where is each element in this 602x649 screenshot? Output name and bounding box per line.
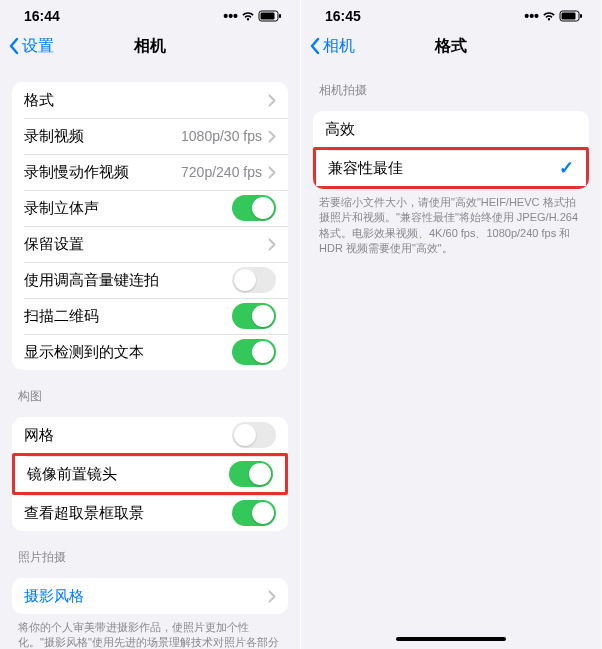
wifi-icon: [541, 10, 557, 22]
main-row-0[interactable]: 格式: [12, 82, 288, 118]
toggle-switch[interactable]: [232, 195, 276, 221]
format-option-0[interactable]: 高效: [313, 111, 589, 147]
row-label: 录制立体声: [24, 199, 232, 218]
main-row-6[interactable]: 扫描二维码: [12, 298, 288, 334]
nav-bar: 相机 格式: [301, 28, 601, 64]
section-header-photo-capture: 照片拍摄: [12, 531, 288, 572]
row-label: 扫描二维码: [24, 307, 232, 326]
battery-icon: [559, 10, 583, 22]
composition-row-2[interactable]: 查看超取景框取景: [12, 495, 288, 531]
toggle-switch[interactable]: [229, 461, 273, 487]
back-button[interactable]: 相机: [309, 36, 355, 57]
toggle-switch[interactable]: [232, 303, 276, 329]
svg-rect-4: [562, 13, 576, 20]
chevron-right-icon: [268, 94, 276, 107]
row-label: 格式: [24, 91, 268, 110]
main-row-3[interactable]: 录制立体声: [12, 190, 288, 226]
row-label: 保留设置: [24, 235, 268, 254]
back-label: 相机: [323, 36, 355, 57]
section-footer-photo-capture: 将你的个人审美带进摄影作品，使照片更加个性化。"摄影风格"使用先进的场景理解技术…: [12, 614, 288, 649]
main-row-7[interactable]: 显示检测到的文本: [12, 334, 288, 370]
status-bar: 16:45 •••: [301, 0, 601, 28]
svg-rect-2: [279, 14, 281, 18]
row-label: 镜像前置镜头: [27, 465, 229, 484]
format-option-1[interactable]: 兼容性最佳✓: [313, 147, 589, 189]
chevron-right-icon: [268, 166, 276, 179]
toggle-switch[interactable]: [232, 267, 276, 293]
toggle-switch[interactable]: [232, 500, 276, 526]
formats-screen: 16:45 ••• 相机 格式 相机拍摄 高效兼容性最佳✓ 若要缩小文件大小，请…: [301, 0, 602, 649]
status-icons: •••: [524, 8, 583, 24]
chevron-right-icon: [268, 238, 276, 251]
composition-row-0[interactable]: 网格: [12, 417, 288, 453]
row-label: 录制视频: [24, 127, 181, 146]
section-header-composition: 构图: [12, 370, 288, 411]
nav-bar: 设置 相机: [0, 28, 300, 64]
dots-icon: •••: [524, 8, 539, 24]
back-label: 设置: [22, 36, 54, 57]
composition-row-1[interactable]: 镜像前置镜头: [12, 453, 288, 495]
settings-group-main: 格式录制视频1080p/30 fps录制慢动作视频720p/240 fps录制立…: [12, 82, 288, 370]
svg-rect-5: [580, 14, 582, 18]
row-label: 查看超取景框取景: [24, 504, 232, 523]
row-label: 高效: [325, 120, 577, 139]
row-label: 网格: [24, 426, 232, 445]
row-label: 兼容性最佳: [328, 159, 559, 178]
content: 格式录制视频1080p/30 fps录制慢动作视频720p/240 fps录制立…: [0, 82, 300, 649]
row-detail: 720p/240 fps: [181, 164, 262, 180]
status-bar: 16:44 •••: [0, 0, 300, 28]
settings-group-composition: 网格镜像前置镜头查看超取景框取景: [12, 417, 288, 531]
row-detail: 1080p/30 fps: [181, 128, 262, 144]
content: 相机拍摄 高效兼容性最佳✓ 若要缩小文件大小，请使用"高效"HEIF/HEVC …: [301, 64, 601, 257]
format-options-group: 高效兼容性最佳✓: [313, 111, 589, 189]
toggle-switch[interactable]: [232, 339, 276, 365]
svg-rect-1: [261, 13, 275, 20]
back-button[interactable]: 设置: [8, 36, 54, 57]
status-time: 16:45: [325, 8, 361, 24]
chevron-left-icon: [309, 37, 321, 55]
camera-settings-screen: 16:44 ••• 设置 相机 格式录制视频1080p/30 fps录制慢动作视…: [0, 0, 301, 649]
section-header-camera-capture: 相机拍摄: [313, 64, 589, 105]
chevron-right-icon: [268, 590, 276, 603]
checkmark-icon: ✓: [559, 157, 574, 179]
main-row-4[interactable]: 保留设置: [12, 226, 288, 262]
row-label: 使用调高音量键连拍: [24, 271, 232, 290]
row-label: 录制慢动作视频: [24, 163, 181, 182]
settings-group-photo-capture: 摄影风格: [12, 578, 288, 614]
row-label: 摄影风格: [24, 587, 268, 606]
battery-icon: [258, 10, 282, 22]
section-footer-formats: 若要缩小文件大小，请使用"高效"HEIF/HEVC 格式拍摄照片和视频。"兼容性…: [313, 189, 589, 257]
photo-row-0[interactable]: 摄影风格: [12, 578, 288, 614]
home-indicator[interactable]: [396, 637, 506, 641]
row-label: 显示检测到的文本: [24, 343, 232, 362]
chevron-right-icon: [268, 130, 276, 143]
status-icons: •••: [223, 8, 282, 24]
toggle-switch[interactable]: [232, 422, 276, 448]
dots-icon: •••: [223, 8, 238, 24]
wifi-icon: [240, 10, 256, 22]
main-row-5[interactable]: 使用调高音量键连拍: [12, 262, 288, 298]
status-time: 16:44: [24, 8, 60, 24]
chevron-left-icon: [8, 37, 20, 55]
main-row-1[interactable]: 录制视频1080p/30 fps: [12, 118, 288, 154]
main-row-2[interactable]: 录制慢动作视频720p/240 fps: [12, 154, 288, 190]
